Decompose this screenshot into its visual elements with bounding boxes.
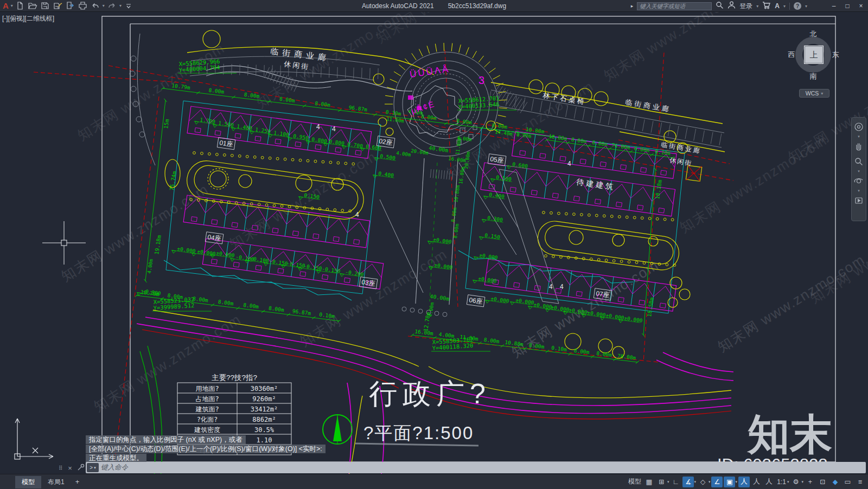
workspace-switching-caret-icon[interactable]: ▾ (801, 480, 803, 484)
tab-model[interactable]: 模型 (15, 476, 41, 488)
annotation-scale[interactable]: 1:1 (776, 477, 787, 487)
minimize-button[interactable]: – (829, 2, 839, 10)
zoom-icon[interactable] (852, 155, 865, 169)
login-label[interactable]: 登录 (739, 2, 752, 11)
command-input-bar[interactable]: >▾ 键入命令 (86, 462, 866, 473)
wcs-dropdown[interactable]: WCS▾ (799, 89, 829, 98)
elevation-label: -0.150 (322, 266, 341, 274)
ucs-icon (15, 419, 53, 459)
elevation-label: 1.500 (218, 120, 234, 128)
redo-caret-icon[interactable]: ▾ (119, 3, 122, 8)
user-icon[interactable] (727, 1, 736, 11)
polar-tracking-icon[interactable]: ∡ (682, 477, 694, 487)
annotation-monitor-icon[interactable]: + (805, 477, 816, 487)
elevation-label: ±0.000 (515, 297, 535, 306)
snap-mode-caret-icon[interactable]: ▾ (667, 480, 669, 484)
zoom-caret-icon[interactable]: ▾ (858, 170, 860, 173)
command-grip-icon[interactable]: ⠿ (59, 465, 63, 471)
elevation-label: ±0.000 (216, 250, 235, 259)
pan-icon[interactable] (852, 139, 865, 153)
plan-label: 3 (478, 74, 484, 86)
add-layout-button[interactable]: + (71, 478, 84, 486)
maximize-button[interactable]: □ (843, 2, 852, 10)
app-menu-caret-icon[interactable]: ▾ (11, 3, 13, 8)
object-snap-icon[interactable]: ▣ (724, 477, 735, 487)
undo-caret-icon[interactable]: ▾ (103, 3, 105, 8)
command-input-placeholder: 键入命令 (101, 463, 128, 472)
autocad-app-menu[interactable]: A (3, 1, 9, 11)
search-input[interactable] (637, 2, 712, 10)
dim-label: 8.00m (315, 100, 331, 108)
command-wrench-icon[interactable] (77, 464, 85, 473)
save-icon[interactable] (40, 1, 50, 10)
viewcube-west-label[interactable]: 西 (788, 50, 795, 60)
open-file-icon[interactable] (28, 1, 38, 10)
orbit-caret-icon[interactable]: ▾ (858, 189, 860, 192)
help-icon[interactable]: ? (794, 2, 801, 10)
viewcube-north-label[interactable]: 北 (810, 29, 817, 39)
snap-mode-icon[interactable]: ⊞ (656, 477, 667, 487)
annotation-visibility-icon[interactable]: 人 (738, 477, 750, 487)
command-close-icon[interactable]: × (68, 464, 72, 472)
plan-label: 8.00m (450, 207, 458, 222)
search-icon[interactable] (716, 1, 724, 11)
orbit-icon[interactable] (852, 174, 865, 188)
viewport-controls[interactable]: [-][俯视][二维线框] (2, 14, 54, 23)
collapse-arrow-icon[interactable]: ▸ (631, 3, 634, 9)
object-snap-tracking-icon[interactable]: ∠ (711, 477, 723, 487)
full-navigation-wheel-icon[interactable] (852, 120, 865, 134)
elevation-label: 0.500 (380, 153, 396, 161)
plan-label: 75.74m (169, 171, 177, 191)
show-motion-icon[interactable] (852, 194, 865, 208)
customize-quick-access-icon[interactable] (124, 1, 134, 10)
hardware-acceleration-icon[interactable]: ◆ (829, 477, 841, 487)
model-space-label[interactable]: 模型 (627, 477, 642, 487)
command-prompt-icon[interactable]: >▾ (87, 463, 99, 472)
elevation-label: ±0.000 (433, 236, 452, 245)
close-button[interactable]: × (856, 2, 866, 10)
object-snap-caret-icon[interactable]: ▾ (735, 480, 737, 484)
north-arrow (323, 415, 352, 444)
dim-label: 8.00m (483, 337, 500, 344)
navbar-caret-icon[interactable]: ▾ (858, 135, 860, 138)
viewcube[interactable]: 北 西 东 南 上 WCS▾ (787, 30, 840, 100)
watermark-text: 知末网 www.znzmo.com (601, 0, 754, 84)
dim-label: 8.00m (243, 302, 259, 310)
viewcube-top-face[interactable]: 上 (804, 46, 824, 64)
plan-label: 15m (163, 119, 170, 129)
tree-symbol (565, 333, 581, 350)
redo-icon[interactable] (107, 1, 117, 10)
autodesk-app-icon[interactable]: A (775, 2, 780, 10)
clean-screen-icon[interactable]: ▭ (842, 477, 853, 487)
login-caret-icon[interactable]: ▾ (756, 4, 758, 9)
viewcube-east-label[interactable]: 东 (832, 50, 839, 60)
help-caret-icon[interactable]: ▾ (805, 4, 807, 9)
plot-icon[interactable] (78, 1, 88, 10)
polar-tracking-caret-icon[interactable]: ▾ (694, 480, 696, 484)
elevation-label: ±0.000 (624, 315, 643, 324)
annotation-autoscale-icon[interactable]: 人 (751, 477, 762, 487)
isolate-objects-icon[interactable]: ⊡ (817, 477, 828, 487)
cart-icon[interactable] (762, 1, 771, 11)
workspace-switching-icon[interactable]: ⚙ (790, 477, 801, 487)
svg-text:1.10: 1.10 (257, 436, 272, 444)
viewcube-south-label[interactable]: 南 (810, 72, 817, 81)
command-history-line-1: 指定窗口的角点，输入比例因子 (nX 或 nXP)，或者 (86, 435, 246, 444)
new-file-icon[interactable] (15, 1, 25, 10)
annotation-people-icon[interactable]: 人 (763, 477, 775, 487)
isometric-drafting-caret-icon[interactable]: ▾ (709, 480, 711, 484)
annotation-scale-caret-icon[interactable]: ▾ (787, 480, 789, 484)
tree-symbol (373, 74, 384, 85)
save-as-icon[interactable] (53, 1, 63, 10)
isometric-drafting-icon[interactable]: ◇ (697, 477, 709, 487)
tab-layout1[interactable]: 布局1 (41, 476, 71, 488)
publish-icon[interactable] (65, 1, 75, 10)
grid-display-icon[interactable]: ▦ (643, 477, 655, 487)
customization-menu-icon[interactable]: ≡ (854, 477, 866, 487)
ortho-mode-icon[interactable]: ∟ (670, 477, 681, 487)
dim-label: 8.00m (218, 299, 234, 307)
model-space-viewport[interactable]: 知末网 www.znzmo.com知末网 www.znzmo.com知末网 ww… (0, 0, 868, 489)
plan-label: 40.00m (429, 145, 449, 153)
undo-icon[interactable] (90, 1, 100, 10)
autodesk-caret-icon[interactable]: ▾ (783, 4, 786, 9)
